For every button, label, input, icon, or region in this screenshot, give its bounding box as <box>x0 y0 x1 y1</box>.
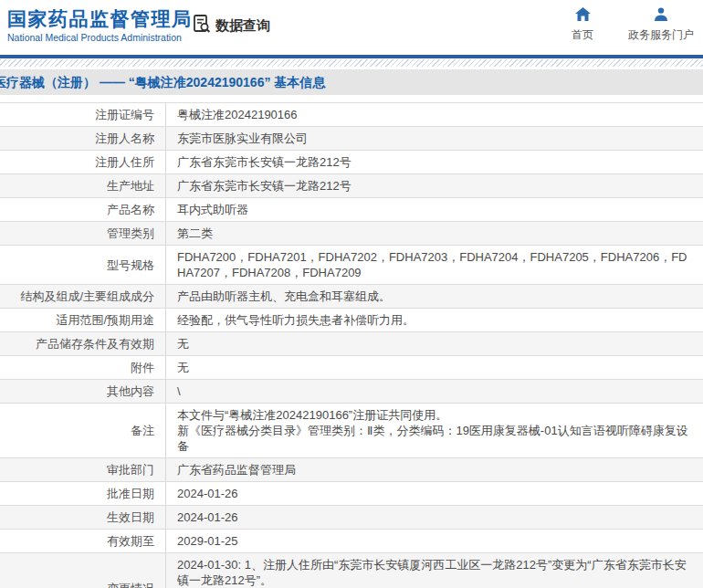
row-value-text: 广东省东莞市长安镇一龙路212号 <box>177 178 692 194</box>
row-label: 管理类别 <box>0 222 166 245</box>
row-label-text: 批准日期 <box>107 486 154 501</box>
row-value-line: 本文件与“粤械注准20242190166”注册证共同使用。 <box>177 407 692 423</box>
row-value-text: 2024-01-26 <box>177 486 692 501</box>
table-row: 注册人名称东莞市医脉实业有限公司 <box>0 127 703 151</box>
row-value-text: \ <box>177 383 692 399</box>
row-label-text: 管理类别 <box>107 226 154 241</box>
row-value-text: 无 <box>177 336 692 352</box>
row-label: 注册人住所 <box>0 151 166 173</box>
registration-info-table: 注册证编号粤械注准20242190166注册人名称东莞市医脉实业有限公司注册人住… <box>0 102 703 588</box>
row-value-line: 新《医疗器械分类目录》管理类别：Ⅱ类，分类编码：19医用康复器械-01认知言语视… <box>177 423 692 454</box>
row-label: 生效日期 <box>0 506 166 529</box>
table-row: 有效期至2029-01-25 <box>0 530 703 553</box>
table-row: 注册人住所广东省东莞市长安镇一龙路212号 <box>0 151 703 174</box>
row-label: 变更情况 <box>0 553 166 588</box>
row-label-text: 其他内容 <box>107 383 154 399</box>
data-query-icon <box>192 14 212 37</box>
row-label: 批准日期 <box>0 482 166 505</box>
table-row: 审批部门广东省药品监督管理局 <box>0 458 703 482</box>
row-value-text: 第二类 <box>177 226 692 241</box>
row-label: 其他内容 <box>0 380 166 403</box>
row-label: 附件 <box>0 356 166 379</box>
row-label-text: 适用范围/预期用途 <box>56 312 154 328</box>
row-value: 本文件与“粤械注准20242190166”注册证共同使用。新《医疗器械分类目录》… <box>166 404 703 457</box>
row-label-text: 备注 <box>131 423 154 438</box>
table-row: 生效日期2024-01-26 <box>0 506 703 530</box>
row-label-text: 有效期至 <box>107 533 154 549</box>
row-value-text: 耳内式助听器 <box>177 202 692 217</box>
row-value: 无 <box>166 332 703 355</box>
row-label-text: 结构及组成/主要组成成分 <box>20 289 154 304</box>
row-value: \ <box>166 380 703 403</box>
row-value: 2024-01-26 <box>166 482 703 505</box>
table-row: 附件无 <box>0 356 703 380</box>
table-row: 其他内容\ <box>0 380 703 404</box>
row-value: 经验配，供气导性听力损失患者补偿听力用。 <box>166 309 703 331</box>
table-row: 变更情况2024-01-30: 1、注册人住所由“东莞市长安镇厦河西工业区一龙路… <box>0 553 703 588</box>
row-value-text: FDHA7200，FDHA7201，FDHA7202，FDHA7203，FDHA… <box>177 249 692 280</box>
row-label-text: 注册人名称 <box>95 131 154 146</box>
row-value: 2024-01-30: 1、注册人住所由“东莞市长安镇厦河西工业区一龙路212号… <box>166 553 703 588</box>
row-label: 产品储存条件及有效期 <box>0 332 166 355</box>
row-value: 无 <box>166 356 703 379</box>
row-value: 粤械注准20242190166 <box>166 103 703 126</box>
row-value-text: 2029-01-25 <box>177 533 692 549</box>
table-row: 适用范围/预期用途经验配，供气导性听力损失患者补偿听力用。 <box>0 309 703 332</box>
nav-home-label: 首页 <box>572 27 593 43</box>
row-label-text: 变更情况 <box>107 581 154 588</box>
row-label: 适用范围/预期用途 <box>0 309 166 331</box>
row-label: 注册证编号 <box>0 103 166 126</box>
row-label: 注册人名称 <box>0 127 166 150</box>
row-value-line: 2024-01-30: 1、注册人住所由“东莞市长安镇厦河西工业区一龙路212号… <box>177 557 692 588</box>
hatched-band <box>0 59 703 67</box>
data-query-section[interactable]: 数据查询 <box>192 14 270 37</box>
row-value: FDHA7200，FDHA7201，FDHA7202，FDHA7203，FDHA… <box>166 246 703 284</box>
data-query-label: 数据查询 <box>215 17 270 35</box>
row-label: 审批部门 <box>0 458 166 481</box>
row-label-text: 附件 <box>131 360 154 375</box>
row-label-text: 型号规格 <box>107 257 154 273</box>
row-value: 第二类 <box>166 222 703 245</box>
row-value-text: 2024-01-26 <box>177 509 692 525</box>
row-label: 结构及组成/主要组成成分 <box>0 285 166 308</box>
table-row: 结构及组成/主要组成成分产品由助听器主机、充电盒和耳塞组成。 <box>0 285 703 309</box>
row-value-text: 东莞市医脉实业有限公司 <box>177 131 692 146</box>
row-label: 备注 <box>0 404 166 457</box>
row-label-text: 注册证编号 <box>95 107 154 122</box>
row-value: 产品由助听器主机、充电盒和耳塞组成。 <box>166 285 703 308</box>
row-value: 广东省东莞市长安镇一龙路212号 <box>166 174 703 197</box>
row-label: 有效期至 <box>0 530 166 552</box>
row-label-text: 注册人住所 <box>95 154 154 170</box>
row-value: 耳内式助听器 <box>166 198 703 221</box>
row-value-text: 经验配，供气导性听力损失患者补偿听力用。 <box>177 312 692 328</box>
row-label-text: 生效日期 <box>107 509 154 525</box>
row-value-text: 无 <box>177 360 692 375</box>
nav-gov-portal-label: 政务服务门户 <box>628 27 694 43</box>
row-value: 广东省药品监督管理局 <box>166 458 703 481</box>
table-row: 产品名称耳内式助听器 <box>0 198 703 222</box>
nmpa-logo[interactable]: 国家药品监督管理局 National Medical Products Admi… <box>7 7 193 43</box>
row-value-text: 粤械注准20242190166 <box>177 107 692 122</box>
logo-subtitle: National Medical Products Administration <box>7 32 193 43</box>
row-value: 东莞市医脉实业有限公司 <box>166 127 703 150</box>
breadcrumb: 医疗器械（注册） —— “粤械注准20242190166” 基本信息 <box>0 69 703 95</box>
row-label: 型号规格 <box>0 246 166 284</box>
home-icon <box>575 7 591 25</box>
table-row: 生产地址广东省东莞市长安镇一龙路212号 <box>0 174 703 198</box>
table-row: 管理类别第二类 <box>0 222 703 246</box>
nav-gov-portal[interactable]: 政务服务门户 <box>628 7 694 43</box>
nav-home[interactable]: 首页 <box>562 7 603 43</box>
row-label-text: 产品名称 <box>107 202 154 217</box>
row-label-text: 产品储存条件及有效期 <box>36 336 154 352</box>
page-header: 国家药品监督管理局 National Medical Products Admi… <box>0 0 703 55</box>
table-row: 批准日期2024-01-26 <box>0 482 703 506</box>
top-nav: 首页 政务服务门户 <box>562 7 694 43</box>
user-icon <box>654 7 668 25</box>
row-value: 2029-01-25 <box>166 530 703 552</box>
row-value-text: 广东省东莞市长安镇一龙路212号 <box>177 154 692 170</box>
row-value: 广东省东莞市长安镇一龙路212号 <box>166 151 703 173</box>
row-label-text: 审批部门 <box>107 462 154 478</box>
page-title: 医疗器械（注册） —— “粤械注准20242190166” 基本信息 <box>0 75 325 89</box>
logo-title: 国家药品监督管理局 <box>7 7 193 31</box>
table-row: 型号规格FDHA7200，FDHA7201，FDHA7202，FDHA7203，… <box>0 246 703 285</box>
